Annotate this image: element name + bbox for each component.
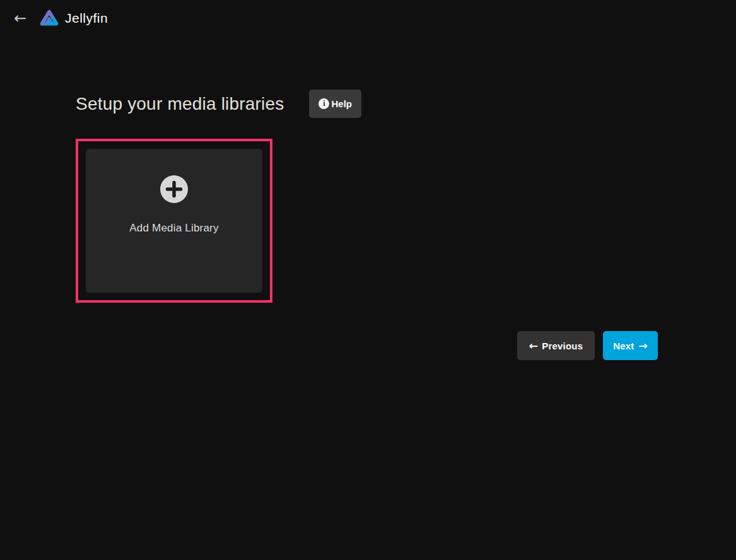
add-library-card-focus-ring: Add Media Library [76, 139, 272, 303]
help-button-label: Help [331, 98, 352, 109]
plus-icon[interactable] [160, 175, 188, 203]
back-button[interactable]: ← [6, 4, 34, 32]
jellyfin-logo: Jellyfin [39, 8, 108, 28]
next-button-label: Next [613, 341, 634, 351]
previous-button-label: Previous [542, 341, 583, 351]
arrow-right-icon: → [639, 341, 648, 351]
setup-wizard-page: Setup your media libraries i Help Add Me… [0, 37, 736, 360]
info-icon: i [318, 98, 329, 109]
help-button[interactable]: i Help [309, 90, 361, 118]
arrow-left-icon: ← [529, 341, 538, 351]
page-title: Setup your media libraries [76, 94, 284, 114]
top-bar: ← Jellyfin [0, 0, 736, 37]
back-arrow-icon: ← [14, 11, 26, 26]
heading-row: Setup your media libraries i Help [76, 90, 658, 118]
add-media-library-label: Add Media Library [129, 222, 218, 235]
app-title: Jellyfin [65, 11, 108, 26]
wizard-actions: ← Previous Next → [76, 331, 658, 360]
next-button[interactable]: Next → [603, 331, 658, 360]
add-media-library-card[interactable]: Add Media Library [86, 149, 262, 293]
jellyfin-logo-icon [39, 8, 59, 28]
previous-button[interactable]: ← Previous [517, 331, 595, 360]
